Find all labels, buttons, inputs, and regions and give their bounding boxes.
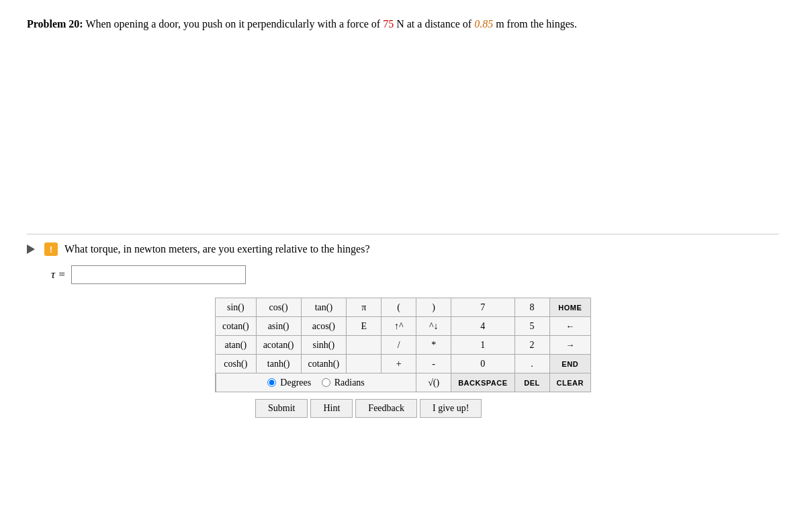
tau-label: τ = [51,268,66,281]
force-value: 75 [383,18,394,30]
question-row: ! What torque, in newton meters, are you… [27,242,779,256]
4-button[interactable]: 4 [451,317,514,336]
problem-text-after-force: N at a distance of [394,18,474,30]
home-button[interactable]: HOME [550,298,591,317]
up-caret-button[interactable]: ↑^ [382,317,416,336]
8-button[interactable]: 8 [515,298,550,317]
empty2 [347,355,382,373]
tanh-button[interactable]: tanh() [257,355,302,373]
acotan-button[interactable]: acotan() [257,336,302,355]
question-text: What torque, in newton meters, are you e… [64,243,370,255]
problem-text-end: m from the hinges. [493,18,577,30]
radians-label[interactable]: Radians [334,378,365,388]
answer-input[interactable] [71,265,246,284]
sinh-button[interactable]: sinh() [302,336,347,355]
backspace-button[interactable]: BACKSPACE [451,373,514,392]
igiveup-button[interactable]: I give up! [420,399,482,418]
1-button[interactable]: 1 [451,336,514,355]
caret-down-button[interactable]: ^↓ [416,317,451,336]
E-button[interactable]: E [347,317,382,336]
atan-button[interactable]: atan() [216,336,257,355]
submit-button[interactable]: Submit [255,399,308,418]
7-button[interactable]: 7 [451,298,514,317]
close-paren-button[interactable]: ) [416,298,451,317]
0-button[interactable]: 0 [451,355,514,373]
feedback-button[interactable]: Feedback [355,399,417,418]
empty1 [347,336,382,355]
minus-button[interactable]: - [416,355,451,373]
open-paren-button[interactable]: ( [382,298,416,317]
cotan-button[interactable]: cotan() [216,317,257,336]
divide-button[interactable]: / [382,336,416,355]
arrow-right-button[interactable]: → [550,336,591,355]
del-button[interactable]: DEL [515,373,550,392]
calc-grid: sin() cos() tan() π ( ) 7 8 HOME cotan()… [215,298,591,392]
degrees-radio[interactable] [267,378,276,387]
cosh-button[interactable]: cosh() [216,355,257,373]
arrow-left-button[interactable]: ← [550,317,591,336]
section-divider [27,234,779,234]
distance-value: 0.85 [474,18,493,30]
hint-button[interactable]: Hint [310,399,353,418]
sqrt-button[interactable]: √() [416,373,451,392]
play-icon[interactable] [27,245,35,254]
pi-button[interactable]: π [347,298,382,317]
sin-button[interactable]: sin() [216,298,257,317]
problem-statement: Problem 20: When opening a door, you pus… [27,16,779,32]
problem-text-before: When opening a door, you push on it perp… [85,18,383,30]
dot-button[interactable]: . [515,355,550,373]
radians-radio[interactable] [322,378,330,387]
calculator-section: sin() cos() tan() π ( ) 7 8 HOME cotan()… [215,298,779,392]
answer-row: τ = [51,265,779,284]
cotanh-button[interactable]: cotanh() [302,355,347,373]
warning-icon: ! [44,242,58,256]
2-button[interactable]: 2 [515,336,550,355]
acos-button[interactable]: acos() [302,317,347,336]
5-button[interactable]: 5 [515,317,550,336]
question-section: ! What torque, in newton meters, are you… [27,242,779,426]
plus-button[interactable]: + [382,355,416,373]
bottom-buttons: Submit Hint Feedback I give up! [255,399,779,418]
asin-button[interactable]: asin() [257,317,302,336]
multiply-button[interactable]: * [416,336,451,355]
degrees-radians-row: Degrees Radians [216,373,416,392]
end-button[interactable]: END [550,355,591,373]
degrees-label[interactable]: Degrees [280,378,311,388]
clear-button[interactable]: CLEAR [550,373,591,392]
tan-button[interactable]: tan() [302,298,347,317]
cos-button[interactable]: cos() [257,298,302,317]
problem-label: Problem 20: [27,18,83,30]
main-container: Problem 20: When opening a door, you pus… [0,0,806,426]
